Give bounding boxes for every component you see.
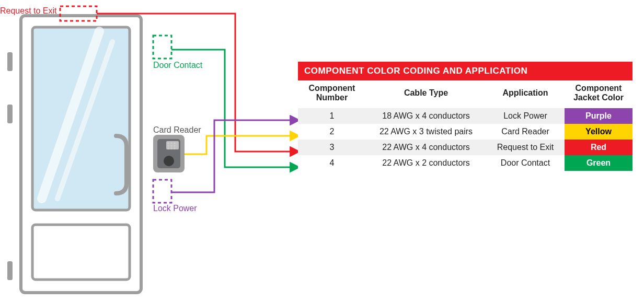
svg-rect-2: [32, 225, 130, 280]
svg-point-11: [171, 143, 172, 144]
svg-point-17: [171, 148, 172, 149]
svg-point-15: [174, 145, 176, 147]
th-application: Application: [486, 80, 565, 108]
table-title: COMPONENT COLOR CODING AND APPLICATION: [298, 62, 632, 80]
cell-num: 1: [298, 108, 366, 124]
cell-app: Request to Exit: [486, 140, 565, 155]
cell-cable: 18 AWG x 4 conductors: [366, 108, 486, 124]
card-reader-icon: [153, 135, 185, 172]
coding-table: ComponentNumber Cable Type Application C…: [298, 80, 632, 171]
svg-point-12: [174, 143, 176, 144]
cell-jacket: Red: [565, 140, 632, 155]
table-header-row: ComponentNumber Cable Type Application C…: [298, 80, 632, 108]
th-component-number: ComponentNumber: [298, 80, 366, 108]
cell-cable: 22 AWG x 4 conductors: [366, 140, 486, 155]
cell-app: Card Reader: [486, 124, 565, 140]
svg-point-10: [168, 143, 169, 144]
svg-rect-5: [7, 261, 13, 280]
th-jacket-color: ComponentJacket Color: [565, 80, 632, 108]
cell-num: 3: [298, 140, 366, 155]
table-row: 4 22 AWG x 2 conductors Door Contact Gre…: [298, 155, 632, 171]
cell-num: 2: [298, 124, 366, 140]
cell-app: Door Contact: [486, 155, 565, 171]
table-row: 1 18 AWG x 4 conductors Lock Power Purpl…: [298, 108, 632, 124]
svg-rect-4: [7, 105, 13, 123]
cell-app: Lock Power: [486, 108, 565, 124]
component-table: COMPONENT COLOR CODING AND APPLICATION C…: [298, 62, 632, 171]
table-row: 2 22 AWG x 3 twisted pairs Card Reader Y…: [298, 124, 632, 140]
cell-jacket: Purple: [565, 108, 632, 124]
svg-rect-3: [7, 52, 13, 71]
cell-cable: 22 AWG x 3 twisted pairs: [366, 124, 486, 140]
svg-point-18: [174, 148, 176, 149]
door-contact-icon: [153, 36, 171, 59]
cell-num: 4: [298, 155, 366, 171]
svg-point-13: [168, 145, 169, 147]
door-icon: [7, 16, 141, 293]
cell-jacket: Green: [565, 155, 632, 171]
svg-point-16: [168, 148, 169, 149]
cell-jacket: Yellow: [565, 124, 632, 140]
table-row: 3 22 AWG x 4 conductors Request to Exit …: [298, 140, 632, 155]
svg-point-9: [164, 156, 174, 166]
table-body: 1 18 AWG x 4 conductors Lock Power Purpl…: [298, 108, 632, 171]
cell-cable: 22 AWG x 2 conductors: [366, 155, 486, 171]
svg-point-14: [171, 145, 172, 147]
lock-power-icon: [153, 180, 171, 203]
th-cable-type: Cable Type: [366, 80, 486, 108]
